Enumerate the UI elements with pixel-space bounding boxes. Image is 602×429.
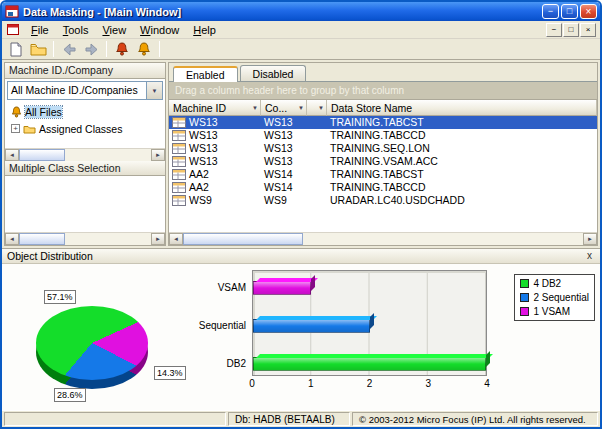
category-label: DB2 (194, 358, 246, 369)
scroll-left-icon[interactable]: ◄ (169, 233, 183, 245)
folder-icon (23, 124, 36, 134)
bar-plot-area (252, 270, 487, 376)
column-header-company[interactable]: Co... ▼ (261, 100, 307, 116)
title-bar[interactable]: Data Masking - [Main Window] − □ × (2, 2, 600, 21)
bar (253, 357, 486, 371)
toolbar-separator (159, 41, 160, 57)
pie-label-sequential: 28.6% (54, 388, 86, 402)
filter-dropdown-icon[interactable]: ▼ (318, 105, 324, 111)
category-label: VSAM (194, 282, 246, 293)
class-list-horizontal-scrollbar[interactable]: ◄ ► (5, 232, 165, 245)
scrollbar-thumb[interactable] (19, 149, 65, 161)
status-copyright: © 2003-2012 Micro Focus (IP) Ltd. All ri… (352, 412, 598, 426)
window-title: Data Masking - [Main Window] (23, 6, 542, 18)
table-row[interactable]: WS13 WS13 TRAINING.SEQ.LON (169, 142, 597, 155)
bell-icon (11, 106, 22, 118)
alarm-bell-icon[interactable] (112, 40, 132, 58)
menu-file[interactable]: File (24, 23, 56, 37)
bell-icon[interactable] (134, 40, 154, 58)
chart-legend: 4 DB2 2 Sequential 1 VSAM (514, 274, 595, 321)
datastore-icon (172, 169, 186, 180)
status-db: Db: HADB (BETAALB) (228, 412, 350, 426)
column-header-blank[interactable]: ▼ (307, 100, 327, 116)
legend-swatch (520, 293, 529, 302)
company-filter-combo[interactable]: All Machine ID./Companies ▼ (7, 81, 163, 100)
legend-item-vsam: 1 VSAM (520, 306, 589, 317)
combo-dropdown-icon[interactable]: ▼ (146, 82, 162, 99)
scroll-right-icon[interactable]: ► (583, 233, 597, 245)
grid-horizontal-scrollbar[interactable]: ◄ ► (169, 232, 597, 245)
class-list[interactable] (5, 176, 165, 232)
legend-swatch (520, 279, 529, 288)
class-selection-header: Multiple Class Selection (5, 161, 165, 176)
scrollbar-thumb[interactable] (19, 233, 65, 245)
table-row[interactable]: WS13 WS13 TRAINING.TABCCD (169, 129, 597, 142)
chart-area: 57.1% 28.6% 14.3% VSAM Sequential DB2 0 … (2, 264, 600, 410)
legend-item-sequential: 2 Sequential (520, 292, 589, 303)
x-axis-ticks: 0 1 2 3 4 (252, 378, 487, 392)
column-header-machine-id[interactable]: Machine ID ▼ (169, 100, 261, 116)
tree-item-label: All Files (25, 106, 62, 118)
bar-category-labels: VSAM Sequential DB2 (194, 270, 250, 376)
combo-value: All Machine ID./Companies (8, 82, 146, 99)
maximize-button[interactable]: □ (561, 4, 578, 19)
x-tick: 0 (249, 378, 255, 389)
object-distribution-panel: Object Distribution x 57.1% 28.6% 14.3% … (2, 248, 600, 410)
scroll-right-icon[interactable]: ► (151, 233, 165, 245)
expand-icon[interactable]: + (11, 124, 20, 133)
tree-horizontal-scrollbar[interactable]: ◄ ► (5, 148, 165, 161)
open-folder-icon[interactable] (28, 40, 48, 58)
tab-disabled[interactable]: Disabled (240, 65, 307, 81)
minimize-button[interactable]: − (542, 4, 559, 19)
mdi-minimize-button[interactable]: − (546, 23, 562, 37)
group-by-bar[interactable]: Drag a column header here to group by th… (169, 82, 597, 100)
tree-item-assigned-classes[interactable]: + Assigned Classes (5, 120, 165, 137)
menu-help[interactable]: Help (186, 23, 223, 37)
bar (253, 281, 311, 295)
machine-panel-header: Machine ID./Company (5, 63, 165, 79)
table-row[interactable]: AA2 WS14 TRAINING.TABCST (169, 168, 597, 181)
datastore-icon (172, 182, 186, 193)
close-button[interactable]: × (580, 4, 597, 19)
pie-chart (36, 306, 148, 380)
table-row[interactable]: AA2 WS14 TRAINING.TABCCD (169, 181, 597, 194)
datastore-icon (172, 156, 186, 167)
x-tick: 4 (484, 378, 490, 389)
menu-tools[interactable]: Tools (56, 23, 96, 37)
app-icon (5, 5, 19, 18)
filter-dropdown-icon[interactable]: ▼ (252, 105, 258, 111)
scroll-right-icon[interactable]: ► (151, 149, 165, 161)
back-icon[interactable] (59, 40, 79, 58)
new-file-icon[interactable] (6, 40, 26, 58)
x-tick: 3 (425, 378, 431, 389)
toolbar-separator (53, 41, 54, 57)
table-row[interactable]: WS13 WS13 TRAINING.TABCST (169, 116, 597, 129)
column-header-data-store-name[interactable]: Data Store Name (327, 100, 597, 116)
scrollbar-thumb[interactable] (183, 233, 303, 245)
forward-icon[interactable] (81, 40, 101, 58)
x-tick: 2 (367, 378, 373, 389)
table-row[interactable]: WS9 WS9 URADAR.LC40.USDCHADD (169, 194, 597, 207)
close-object-distribution-button[interactable]: x (584, 250, 595, 262)
pie-label-db2: 57.1% (44, 290, 76, 304)
menu-view[interactable]: View (95, 23, 133, 37)
filter-dropdown-icon[interactable]: ▼ (298, 105, 304, 111)
menu-window[interactable]: Window (133, 23, 186, 37)
tab-enabled[interactable]: Enabled (173, 66, 238, 82)
file-tree: All Files + Assigned Classes (5, 102, 165, 148)
tree-item-all-files[interactable]: All Files (5, 103, 165, 120)
legend-swatch (520, 307, 529, 316)
mdi-restore-button[interactable]: □ (563, 23, 579, 37)
mdi-close-button[interactable]: × (580, 23, 596, 37)
scroll-left-icon[interactable]: ◄ (5, 149, 19, 161)
datastore-icon (172, 143, 186, 154)
app-window: Data Masking - [Main Window] − □ × File … (0, 0, 602, 429)
table-row[interactable]: WS13 WS13 TRAINING.VSAM.ACC (169, 155, 597, 168)
grid-body: WS13 WS13 TRAINING.TABCST WS13 WS13 TRAI… (169, 116, 597, 232)
menu-bar: File Tools View Window Help − □ × (2, 21, 600, 39)
scroll-left-icon[interactable]: ◄ (5, 233, 19, 245)
datastore-icon (172, 117, 186, 128)
legend-item-db2: 4 DB2 (520, 278, 589, 289)
datastore-icon (172, 130, 186, 141)
toolbar-separator (106, 41, 107, 57)
